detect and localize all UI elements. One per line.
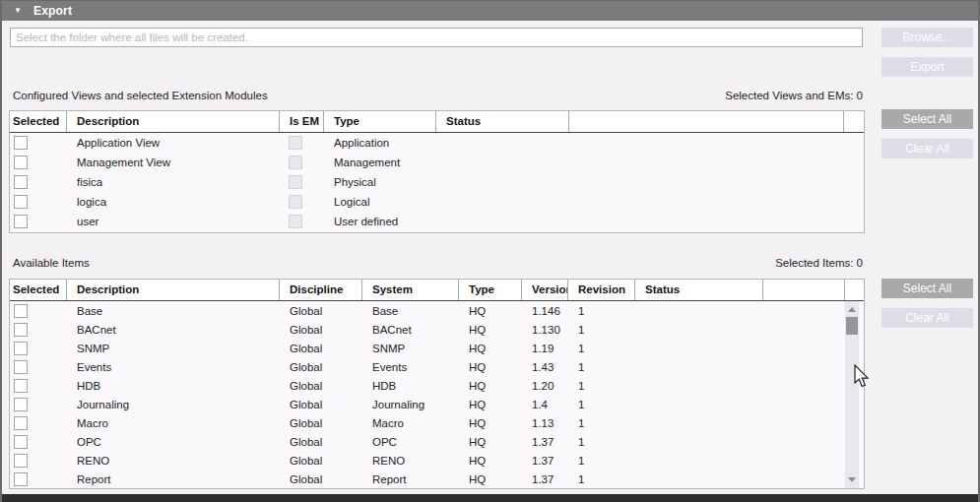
column-header-discipline[interactable]: Discipline <box>280 280 362 300</box>
row-select-checkbox[interactable] <box>14 472 28 486</box>
cell: 1 <box>568 361 635 373</box>
cell: BACnet <box>362 324 459 336</box>
views-section-title: Configured Views and selected Extension … <box>13 90 268 101</box>
cell: 1 <box>568 305 635 317</box>
is-em-checkbox <box>289 195 302 209</box>
items-select-all-button[interactable]: Select All <box>882 279 973 298</box>
table-row[interactable]: SNMPGlobalSNMPHQ1.191 <box>10 339 864 357</box>
column-header-selected[interactable]: Selected <box>10 111 67 132</box>
views-select-all-button[interactable]: Select All <box>882 109 973 129</box>
export-panel: ▼ Export Browse... Export Configured Vie… <box>0 0 980 502</box>
checkbox-cell <box>280 195 324 209</box>
cell: Macro <box>67 417 280 429</box>
table-row[interactable]: Management ViewManagement <box>10 153 864 172</box>
items-clear-all-button[interactable]: Clear All <box>882 308 973 328</box>
row-select-checkbox[interactable] <box>14 454 28 468</box>
items-section-title: Available Items <box>13 257 90 269</box>
table-row[interactable]: fisicaPhysical <box>10 172 864 192</box>
column-header-system[interactable]: System <box>362 280 459 300</box>
panel-title: Export <box>33 4 72 18</box>
panel-titlebar[interactable]: ▼ Export <box>2 1 978 21</box>
column-header-type[interactable]: Type <box>459 280 522 300</box>
column-header-version[interactable]: Version <box>522 280 568 300</box>
cell: HQ <box>459 380 522 392</box>
table-row[interactable]: MacroGlobalMacroHQ1.131 <box>10 413 864 432</box>
cell: Global <box>280 324 362 336</box>
table-row[interactable]: JournalingGlobalJournalingHQ1.41 <box>10 395 864 413</box>
cell: fisica <box>67 176 280 188</box>
table-row[interactable]: Application ViewApplication <box>10 133 864 153</box>
cell: 1.146 <box>522 305 568 317</box>
table-row[interactable]: userUser defined <box>10 212 864 231</box>
views-selected-counter: Selected Views and EMs: 0 <box>617 90 863 101</box>
table-row[interactable]: BaseGlobalBaseHQ1.1461 <box>10 301 864 320</box>
row-select-checkbox[interactable] <box>14 398 28 411</box>
cell: OPC <box>67 436 280 448</box>
table-row[interactable]: HDBGlobalHDBHQ1.201 <box>10 376 864 395</box>
column-header-status[interactable]: Status <box>436 111 569 132</box>
cell: Global <box>280 380 362 392</box>
row-select-checkbox[interactable] <box>14 136 28 150</box>
row-select-checkbox[interactable] <box>14 416 28 430</box>
cell: Global <box>280 399 362 410</box>
column-header-type[interactable]: Type <box>324 111 436 132</box>
cell: HQ <box>459 455 522 467</box>
row-select-checkbox[interactable] <box>14 304 28 318</box>
table-row[interactable]: BACnetGlobalBACnetHQ1.1301 <box>10 320 864 339</box>
checkbox-cell <box>280 215 324 228</box>
row-select-checkbox[interactable] <box>14 215 28 228</box>
column-header-revision[interactable]: Revision <box>568 280 635 300</box>
row-select-checkbox[interactable] <box>14 323 28 337</box>
row-select-checkbox[interactable] <box>14 156 28 169</box>
cell: RENO <box>67 455 280 467</box>
checkbox-cell <box>10 416 67 430</box>
export-button[interactable]: Export <box>882 57 973 77</box>
cell: HQ <box>459 417 522 429</box>
cell: HQ <box>459 324 522 336</box>
cell: Global <box>280 455 362 467</box>
column-header-description[interactable]: Description <box>67 111 280 132</box>
scrollbar-down-icon[interactable] <box>848 477 856 482</box>
column-header-status[interactable]: Status <box>635 280 763 300</box>
table-row[interactable]: ReportGlobalReportHQ1.371 <box>10 470 864 488</box>
table-row[interactable]: OPCGlobalOPCHQ1.371 <box>10 432 864 451</box>
cell: Global <box>280 361 362 373</box>
cell: Journaling <box>67 399 280 410</box>
row-select-checkbox[interactable] <box>14 175 28 189</box>
column-header-selected[interactable]: Selected <box>10 280 67 300</box>
cell: 1.13 <box>522 417 568 429</box>
browse-button[interactable]: Browse... <box>882 28 973 47</box>
scrollbar-up-icon[interactable] <box>848 307 856 312</box>
table-row[interactable]: EventsGlobalEventsHQ1.431 <box>10 357 864 376</box>
cell: Management View <box>67 157 280 168</box>
row-select-checkbox[interactable] <box>14 342 28 355</box>
row-select-checkbox[interactable] <box>14 360 28 374</box>
views-clear-all-button[interactable]: Clear All <box>882 139 973 158</box>
row-select-checkbox[interactable] <box>14 195 28 209</box>
cell: HQ <box>459 361 522 373</box>
scrollbar-thumb[interactable] <box>846 317 858 335</box>
row-select-checkbox[interactable] <box>14 435 28 449</box>
views-table: SelectedDescriptionIs EMTypeStatusApplic… <box>9 110 865 233</box>
column-header-blank[interactable] <box>569 111 844 132</box>
vertical-scrollbar[interactable] <box>845 301 859 488</box>
cell: SNMP <box>67 343 280 354</box>
table-row[interactable]: RENOGlobalRENOHQ1.371 <box>10 451 864 470</box>
cell: OPC <box>362 436 459 448</box>
column-header-description[interactable]: Description <box>67 280 280 300</box>
cell: 1.37 <box>522 473 568 485</box>
cell: Global <box>280 305 362 317</box>
cell: SNMP <box>362 343 459 354</box>
checkbox-cell <box>280 156 324 169</box>
column-header-blank[interactable] <box>763 280 845 300</box>
column-header-is-em[interactable]: Is EM <box>280 111 324 132</box>
cell: RENO <box>362 455 459 467</box>
row-select-checkbox[interactable] <box>14 379 28 393</box>
table-row[interactable]: logicaLogical <box>10 192 864 212</box>
checkbox-cell <box>10 398 67 411</box>
collapse-icon[interactable]: ▼ <box>14 7 22 15</box>
cell: HQ <box>459 436 522 448</box>
folder-path-input[interactable] <box>10 28 863 47</box>
table-header-row: SelectedDescriptionIs EMTypeStatus <box>10 111 864 133</box>
checkbox-cell <box>10 379 67 393</box>
